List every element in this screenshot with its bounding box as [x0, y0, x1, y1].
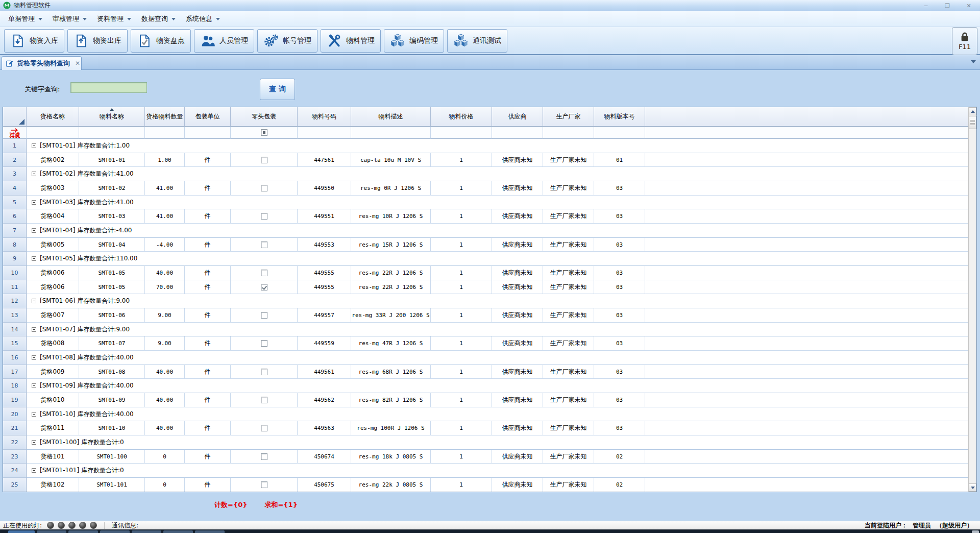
toolbar-button-物资出库[interactable]: 物资出库 [67, 29, 128, 53]
column-header-物料名称[interactable]: 物料名称 [79, 107, 145, 127]
collapse-minus-icon[interactable] [32, 200, 36, 205]
taskbar-window[interactable] [37, 530, 66, 533]
collapse-minus-icon[interactable] [32, 228, 36, 233]
group-row[interactable]: 22[SMT01-100] 库存数量合计:0 [3, 435, 968, 450]
scroll-up-icon[interactable] [969, 107, 976, 115]
query-button[interactable]: 查 询 [260, 79, 295, 100]
column-header-货格物料数量[interactable]: 货格物料数量 [145, 107, 185, 127]
toolbar-button-物料管理[interactable]: 物料管理 [321, 29, 381, 53]
odd-package-checkbox[interactable] [261, 157, 267, 163]
tab-close-icon[interactable]: ✕ [75, 60, 80, 67]
odd-package-checkbox[interactable] [261, 397, 267, 403]
filter-cell-货格名称[interactable] [27, 127, 79, 139]
table-row[interactable]: 6货格004SMT01-0341.00件449551res-mg 10R J 1… [3, 209, 968, 224]
filter-cell-物料价格[interactable] [431, 127, 492, 139]
filter-cell-物料描述[interactable] [351, 127, 431, 139]
toolbar-button-人员管理[interactable]: 人员管理 [194, 29, 254, 53]
odd-package-checkbox[interactable] [261, 270, 267, 276]
minimize-button[interactable]: ─ [922, 2, 930, 9]
taskbar-window[interactable] [100, 530, 130, 533]
column-header-供应商[interactable]: 供应商 [492, 107, 543, 127]
table-row[interactable]: 23货格101SMT01-1000件450674res-mg 18k J 080… [3, 450, 968, 464]
collapse-minus-icon[interactable] [32, 355, 36, 360]
toolbar-button-编码管理[interactable]: 编码管理 [384, 29, 444, 53]
vertical-scrollbar[interactable] [968, 107, 976, 492]
table-row[interactable]: 2货格002SMT01-011.00件447561cap-ta 10u M 10… [3, 153, 968, 167]
menu-item-审核管理[interactable]: 审核管理 [47, 12, 92, 26]
group-row[interactable]: 7[SMT01-04] 库存数量合计:-4.00 [3, 224, 968, 238]
odd-package-checkbox[interactable] [261, 241, 267, 248]
odd-package-checkbox[interactable] [261, 340, 267, 347]
collapse-minus-icon[interactable] [32, 468, 36, 473]
column-header-物料价格[interactable]: 物料价格 [431, 107, 492, 127]
odd-package-checkbox[interactable] [261, 213, 267, 220]
toolbar-button-物资盘点[interactable]: 物资盘点 [131, 29, 191, 53]
table-row[interactable]: 17货格009SMT01-0840.00件449561res-mg 68R J … [3, 365, 968, 379]
column-header-包装单位[interactable]: 包装单位 [185, 107, 231, 127]
taskbar-start-button[interactable] [8, 530, 35, 533]
toolbar-button-帐号管理[interactable]: 帐号管理 [257, 29, 317, 53]
odd-package-checkbox[interactable] [261, 453, 267, 460]
collapse-minus-icon[interactable] [32, 440, 36, 445]
menu-item-系统信息[interactable]: 系统信息 [181, 12, 225, 26]
collapse-minus-icon[interactable] [32, 327, 36, 332]
filter-cell-物料版本号[interactable] [594, 127, 645, 139]
collapse-minus-icon[interactable] [32, 143, 36, 148]
table-row[interactable]: 13货格007SMT01-069.00件449557res-mg 33R J 2… [3, 308, 968, 323]
menu-item-数据查询[interactable]: 数据查询 [136, 12, 181, 26]
toolbar-button-物资入库[interactable]: 物资入库 [4, 29, 64, 53]
table-row[interactable]: 10货格006SMT01-0540.00件449555res-mg 22R J … [3, 266, 968, 280]
filter-cell-物料号码[interactable] [298, 127, 351, 139]
table-row[interactable]: 25货格102SMT01-1010件450675res-mg 22k J 080… [3, 478, 968, 492]
odd-package-checkbox[interactable] [261, 369, 267, 375]
taskbar-show-desktop[interactable] [972, 530, 979, 533]
collapse-minus-icon[interactable] [32, 383, 36, 388]
table-row[interactable]: 19货格010SMT01-0940.00件449562res-mg 82R J … [3, 393, 968, 407]
scroll-down-icon[interactable] [969, 483, 976, 492]
table-row[interactable]: 8货格005SMT01-04-4.00件449553res-mg 15R J 1… [3, 238, 968, 252]
group-row[interactable]: 14[SMT01-07] 库存数量合计:9.00 [3, 323, 968, 337]
close-button[interactable]: ✕ [965, 2, 973, 9]
scroll-thumb[interactable] [969, 116, 976, 129]
tab-cargo-slot-query[interactable]: 货格零头物料查询 ✕ [2, 56, 82, 70]
group-row[interactable]: 16[SMT01-08] 库存数量合计:40.00 [3, 351, 968, 365]
collapse-minus-icon[interactable] [32, 256, 36, 261]
collapse-minus-icon[interactable] [32, 412, 36, 417]
group-row[interactable]: 5[SMT01-03] 库存数量合计:41.00 [3, 196, 968, 210]
column-header-货格名称[interactable]: 货格名称 [27, 107, 79, 127]
filter-checkbox[interactable] [261, 129, 267, 136]
filter-cell-生产厂家[interactable] [543, 127, 594, 139]
taskbar-window[interactable] [68, 530, 98, 533]
group-row[interactable]: 3[SMT01-02] 库存数量合计:41.00 [3, 167, 968, 181]
filter-cell-包装单位[interactable] [185, 127, 231, 139]
keyword-query-input[interactable] [70, 82, 147, 93]
odd-package-checkbox[interactable] [261, 481, 267, 488]
group-row[interactable]: 18[SMT01-09] 库存数量合计:40.00 [3, 379, 968, 393]
filter-cell-零头包装[interactable] [231, 127, 298, 139]
toolbar-button-通讯测试[interactable]: 通讯测试 [447, 29, 507, 53]
column-header-生产厂家[interactable]: 生产厂家 [543, 107, 594, 127]
taskbar-window[interactable] [163, 530, 193, 533]
table-row[interactable]: 21货格011SMT01-1040.00件449563res-mg 100R J… [3, 421, 968, 435]
lock-button[interactable]: F11 [952, 27, 977, 55]
collapse-minus-icon[interactable] [32, 172, 36, 176]
group-row[interactable]: 24[SMT01-101] 库存数量合计:0 [3, 464, 968, 478]
collapse-minus-icon[interactable] [32, 299, 36, 303]
odd-package-checkbox[interactable] [261, 284, 267, 290]
odd-package-checkbox[interactable] [261, 312, 267, 319]
taskbar-window[interactable] [195, 530, 225, 533]
group-row[interactable]: 12[SMT01-06] 库存数量合计:9.00 [3, 294, 968, 308]
filter-cell-供应商[interactable] [492, 127, 543, 139]
tab-list-icon[interactable] [971, 60, 976, 63]
column-header-物料版本号[interactable]: 物料版本号 [594, 107, 645, 127]
restore-button[interactable]: ❐ [943, 2, 951, 9]
menu-item-资料管理[interactable]: 资料管理 [92, 12, 136, 26]
taskbar-window[interactable] [132, 530, 161, 533]
group-row[interactable]: 20[SMT01-10] 库存数量合计:40.00 [3, 407, 968, 422]
odd-package-checkbox[interactable] [261, 185, 267, 191]
table-row[interactable]: 15货格008SMT01-079.00件449559res-mg 47R J 1… [3, 336, 968, 351]
menu-item-单据管理[interactable]: 单据管理 [3, 12, 47, 26]
group-row[interactable]: 9[SMT01-05] 库存数量合计:110.00 [3, 252, 968, 266]
table-row[interactable]: 11货格006SMT01-0570.00件449555res-mg 22R J … [3, 280, 968, 295]
column-header-零头包装[interactable]: 零头包装 [231, 107, 298, 127]
